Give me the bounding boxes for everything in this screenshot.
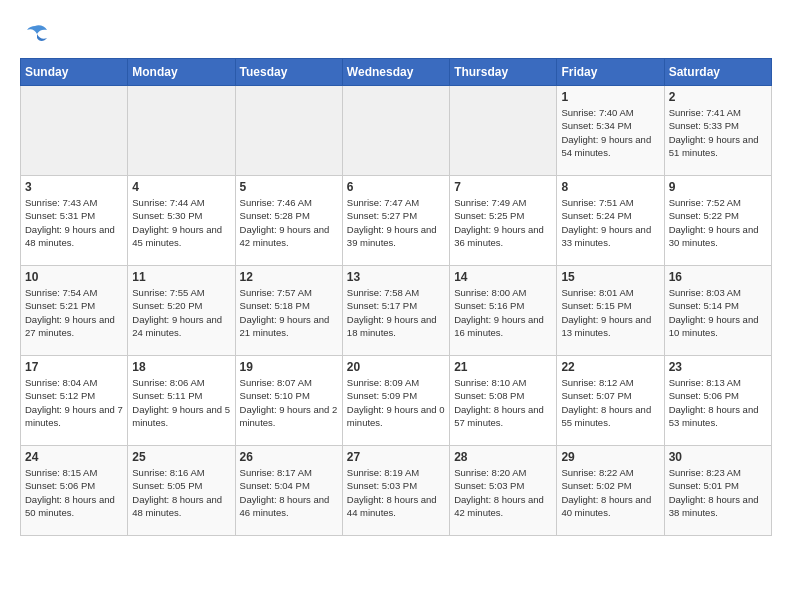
page-header (20, 20, 772, 48)
calendar-cell: 2Sunrise: 7:41 AM Sunset: 5:33 PM Daylig… (664, 86, 771, 176)
calendar-cell: 17Sunrise: 8:04 AM Sunset: 5:12 PM Dayli… (21, 356, 128, 446)
calendar-cell: 6Sunrise: 7:47 AM Sunset: 5:27 PM Daylig… (342, 176, 449, 266)
calendar-cell: 7Sunrise: 7:49 AM Sunset: 5:25 PM Daylig… (450, 176, 557, 266)
day-number: 6 (347, 180, 445, 194)
day-info: Sunrise: 8:20 AM Sunset: 5:03 PM Dayligh… (454, 466, 552, 519)
day-info: Sunrise: 7:40 AM Sunset: 5:34 PM Dayligh… (561, 106, 659, 159)
calendar-week-row: 10Sunrise: 7:54 AM Sunset: 5:21 PM Dayli… (21, 266, 772, 356)
day-number: 20 (347, 360, 445, 374)
day-number: 13 (347, 270, 445, 284)
day-info: Sunrise: 8:12 AM Sunset: 5:07 PM Dayligh… (561, 376, 659, 429)
day-number: 8 (561, 180, 659, 194)
calendar-cell: 19Sunrise: 8:07 AM Sunset: 5:10 PM Dayli… (235, 356, 342, 446)
day-info: Sunrise: 7:52 AM Sunset: 5:22 PM Dayligh… (669, 196, 767, 249)
day-number: 26 (240, 450, 338, 464)
day-number: 30 (669, 450, 767, 464)
calendar-cell: 28Sunrise: 8:20 AM Sunset: 5:03 PM Dayli… (450, 446, 557, 536)
day-info: Sunrise: 8:19 AM Sunset: 5:03 PM Dayligh… (347, 466, 445, 519)
calendar-cell: 29Sunrise: 8:22 AM Sunset: 5:02 PM Dayli… (557, 446, 664, 536)
calendar-cell: 26Sunrise: 8:17 AM Sunset: 5:04 PM Dayli… (235, 446, 342, 536)
day-info: Sunrise: 8:09 AM Sunset: 5:09 PM Dayligh… (347, 376, 445, 429)
day-number: 2 (669, 90, 767, 104)
calendar-cell: 23Sunrise: 8:13 AM Sunset: 5:06 PM Dayli… (664, 356, 771, 446)
day-info: Sunrise: 8:17 AM Sunset: 5:04 PM Dayligh… (240, 466, 338, 519)
day-info: Sunrise: 7:44 AM Sunset: 5:30 PM Dayligh… (132, 196, 230, 249)
day-number: 19 (240, 360, 338, 374)
calendar-cell: 11Sunrise: 7:55 AM Sunset: 5:20 PM Dayli… (128, 266, 235, 356)
day-info: Sunrise: 8:23 AM Sunset: 5:01 PM Dayligh… (669, 466, 767, 519)
calendar-cell: 18Sunrise: 8:06 AM Sunset: 5:11 PM Dayli… (128, 356, 235, 446)
day-number: 17 (25, 360, 123, 374)
calendar-cell (235, 86, 342, 176)
day-number: 5 (240, 180, 338, 194)
day-info: Sunrise: 8:06 AM Sunset: 5:11 PM Dayligh… (132, 376, 230, 429)
calendar-cell: 22Sunrise: 8:12 AM Sunset: 5:07 PM Dayli… (557, 356, 664, 446)
day-info: Sunrise: 7:54 AM Sunset: 5:21 PM Dayligh… (25, 286, 123, 339)
calendar-cell: 1Sunrise: 7:40 AM Sunset: 5:34 PM Daylig… (557, 86, 664, 176)
day-info: Sunrise: 7:46 AM Sunset: 5:28 PM Dayligh… (240, 196, 338, 249)
day-number: 11 (132, 270, 230, 284)
day-info: Sunrise: 8:15 AM Sunset: 5:06 PM Dayligh… (25, 466, 123, 519)
calendar-cell: 5Sunrise: 7:46 AM Sunset: 5:28 PM Daylig… (235, 176, 342, 266)
calendar-week-row: 1Sunrise: 7:40 AM Sunset: 5:34 PM Daylig… (21, 86, 772, 176)
calendar-week-row: 17Sunrise: 8:04 AM Sunset: 5:12 PM Dayli… (21, 356, 772, 446)
day-info: Sunrise: 7:43 AM Sunset: 5:31 PM Dayligh… (25, 196, 123, 249)
day-number: 24 (25, 450, 123, 464)
calendar-cell: 24Sunrise: 8:15 AM Sunset: 5:06 PM Dayli… (21, 446, 128, 536)
day-number: 23 (669, 360, 767, 374)
day-info: Sunrise: 8:10 AM Sunset: 5:08 PM Dayligh… (454, 376, 552, 429)
header-thursday: Thursday (450, 59, 557, 86)
calendar-cell: 8Sunrise: 7:51 AM Sunset: 5:24 PM Daylig… (557, 176, 664, 266)
day-info: Sunrise: 7:49 AM Sunset: 5:25 PM Dayligh… (454, 196, 552, 249)
day-number: 10 (25, 270, 123, 284)
calendar-week-row: 24Sunrise: 8:15 AM Sunset: 5:06 PM Dayli… (21, 446, 772, 536)
day-number: 4 (132, 180, 230, 194)
day-info: Sunrise: 7:57 AM Sunset: 5:18 PM Dayligh… (240, 286, 338, 339)
day-info: Sunrise: 7:55 AM Sunset: 5:20 PM Dayligh… (132, 286, 230, 339)
header-sunday: Sunday (21, 59, 128, 86)
calendar-cell: 12Sunrise: 7:57 AM Sunset: 5:18 PM Dayli… (235, 266, 342, 356)
day-info: Sunrise: 8:13 AM Sunset: 5:06 PM Dayligh… (669, 376, 767, 429)
calendar-cell (450, 86, 557, 176)
day-info: Sunrise: 7:51 AM Sunset: 5:24 PM Dayligh… (561, 196, 659, 249)
day-number: 15 (561, 270, 659, 284)
day-number: 16 (669, 270, 767, 284)
calendar-cell: 16Sunrise: 8:03 AM Sunset: 5:14 PM Dayli… (664, 266, 771, 356)
day-number: 27 (347, 450, 445, 464)
day-number: 1 (561, 90, 659, 104)
day-info: Sunrise: 8:04 AM Sunset: 5:12 PM Dayligh… (25, 376, 123, 429)
calendar-cell: 30Sunrise: 8:23 AM Sunset: 5:01 PM Dayli… (664, 446, 771, 536)
header-wednesday: Wednesday (342, 59, 449, 86)
day-number: 12 (240, 270, 338, 284)
day-number: 18 (132, 360, 230, 374)
calendar-cell: 25Sunrise: 8:16 AM Sunset: 5:05 PM Dayli… (128, 446, 235, 536)
calendar-cell (21, 86, 128, 176)
day-info: Sunrise: 8:03 AM Sunset: 5:14 PM Dayligh… (669, 286, 767, 339)
day-info: Sunrise: 8:01 AM Sunset: 5:15 PM Dayligh… (561, 286, 659, 339)
day-number: 22 (561, 360, 659, 374)
header-saturday: Saturday (664, 59, 771, 86)
calendar-cell: 4Sunrise: 7:44 AM Sunset: 5:30 PM Daylig… (128, 176, 235, 266)
day-info: Sunrise: 8:16 AM Sunset: 5:05 PM Dayligh… (132, 466, 230, 519)
header-tuesday: Tuesday (235, 59, 342, 86)
day-number: 21 (454, 360, 552, 374)
day-number: 7 (454, 180, 552, 194)
day-number: 28 (454, 450, 552, 464)
day-info: Sunrise: 8:07 AM Sunset: 5:10 PM Dayligh… (240, 376, 338, 429)
day-info: Sunrise: 8:22 AM Sunset: 5:02 PM Dayligh… (561, 466, 659, 519)
day-number: 14 (454, 270, 552, 284)
day-info: Sunrise: 7:41 AM Sunset: 5:33 PM Dayligh… (669, 106, 767, 159)
calendar-table: SundayMondayTuesdayWednesdayThursdayFrid… (20, 58, 772, 536)
calendar-cell: 21Sunrise: 8:10 AM Sunset: 5:08 PM Dayli… (450, 356, 557, 446)
calendar-cell: 3Sunrise: 7:43 AM Sunset: 5:31 PM Daylig… (21, 176, 128, 266)
logo (20, 20, 50, 48)
day-info: Sunrise: 8:00 AM Sunset: 5:16 PM Dayligh… (454, 286, 552, 339)
calendar-cell: 9Sunrise: 7:52 AM Sunset: 5:22 PM Daylig… (664, 176, 771, 266)
header-friday: Friday (557, 59, 664, 86)
day-number: 9 (669, 180, 767, 194)
day-info: Sunrise: 7:47 AM Sunset: 5:27 PM Dayligh… (347, 196, 445, 249)
calendar-cell: 14Sunrise: 8:00 AM Sunset: 5:16 PM Dayli… (450, 266, 557, 356)
calendar-cell: 27Sunrise: 8:19 AM Sunset: 5:03 PM Dayli… (342, 446, 449, 536)
day-number: 29 (561, 450, 659, 464)
calendar-header-row: SundayMondayTuesdayWednesdayThursdayFrid… (21, 59, 772, 86)
